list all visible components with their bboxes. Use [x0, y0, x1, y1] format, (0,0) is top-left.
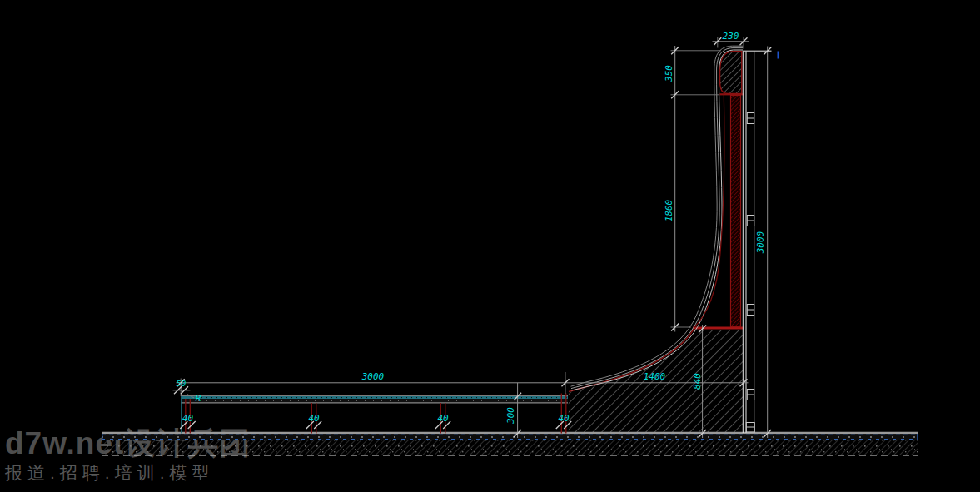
dim-base-height: 840 [692, 373, 703, 390]
svg-text:40: 40 [558, 413, 570, 424]
dim-transition-length: 1400 [644, 371, 666, 382]
svg-text:40: 40 [437, 413, 449, 424]
top-cap [720, 52, 742, 94]
ground-section [102, 433, 918, 455]
dim-post-width-2: 40 [306, 413, 321, 429]
svg-text:40: 40 [182, 413, 194, 424]
cursor-blip [778, 52, 780, 59]
dim-total-height: 3000 [755, 231, 766, 254]
dim-back-height: 1800 [664, 199, 674, 221]
dim-bench-length: 3000 [361, 371, 385, 382]
dim-radius-label: R [196, 393, 201, 404]
dim-slab-thickness: 50 [177, 379, 187, 388]
dim-cap-height: 350 [664, 65, 674, 82]
dim-post-width-3: 40 [435, 413, 450, 429]
section-drawing: 230 350 1800 3000 3000 1400 [0, 0, 980, 492]
dim-bench-height: 300 [505, 407, 516, 425]
dim-cap-width: 230 [723, 31, 739, 42]
cad-viewport: d7w.net设计兵团 报道.招聘.培训.模型 [0, 0, 980, 492]
dim-post-width-1: 40 [180, 413, 195, 429]
svg-text:40: 40 [308, 413, 320, 424]
panel-brackets [747, 113, 754, 400]
